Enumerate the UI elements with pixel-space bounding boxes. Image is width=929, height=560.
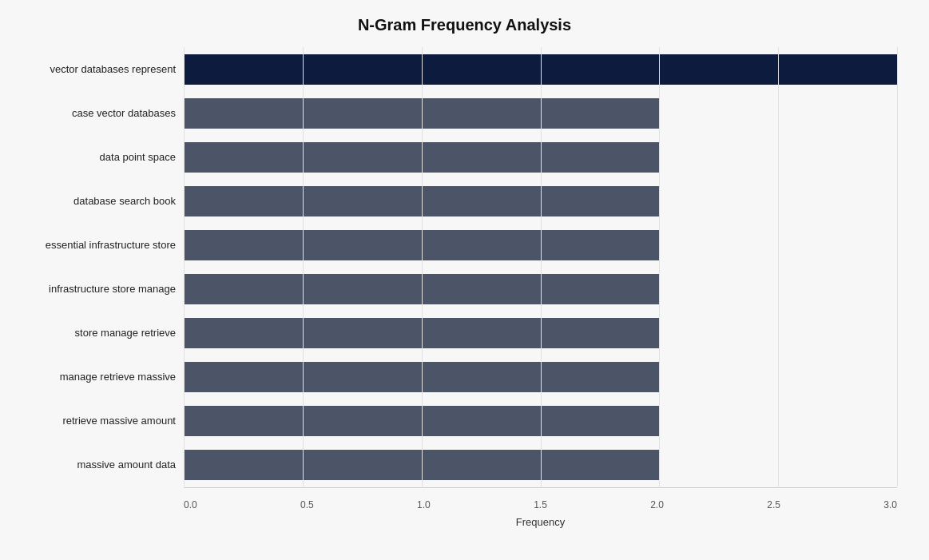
bar-label: data point space	[4, 151, 176, 163]
chart-container: N-Gram Frequency Analysis vector databas…	[0, 0, 929, 560]
x-tick-2: 1.0	[417, 499, 431, 510]
grid-line-4	[659, 47, 660, 487]
x-tick-5: 2.5	[767, 499, 780, 510]
x-tick-3: 1.5	[534, 499, 547, 510]
x-axis: 0.00.51.01.52.02.53.0 Frequency	[184, 487, 897, 510]
grid-line-5	[778, 47, 779, 487]
x-tick-0: 0.0	[184, 499, 197, 510]
x-tick-1: 0.5	[300, 499, 314, 510]
x-axis-line	[184, 487, 897, 488]
grid-line-6	[897, 47, 898, 487]
chart-area: vector databases representcase vector da…	[184, 47, 897, 510]
chart-title: N-Gram Frequency Analysis	[32, 16, 897, 34]
x-tick-6: 3.0	[883, 499, 897, 510]
grid-line-3	[541, 47, 542, 487]
bar-label: manage retrieve massive	[4, 371, 176, 383]
bar-label: vector databases represent	[4, 63, 176, 75]
bar-label: massive amount data	[4, 459, 176, 471]
bar-label: infrastructure store manage	[4, 283, 176, 295]
bar-label: database search book	[4, 195, 176, 207]
bar-label: store manage retrieve	[4, 327, 176, 339]
grid-line-1	[303, 47, 304, 487]
x-ticks: 0.00.51.01.52.02.53.0	[184, 499, 897, 510]
grid-line-0	[184, 47, 185, 487]
bar-label: essential infrastructure store	[4, 239, 176, 251]
grid-line-2	[422, 47, 423, 487]
bar-label: case vector databases	[4, 107, 176, 119]
x-tick-4: 2.0	[650, 499, 664, 510]
x-axis-label: Frequency	[516, 516, 565, 528]
bar-label: retrieve massive amount	[4, 415, 176, 427]
